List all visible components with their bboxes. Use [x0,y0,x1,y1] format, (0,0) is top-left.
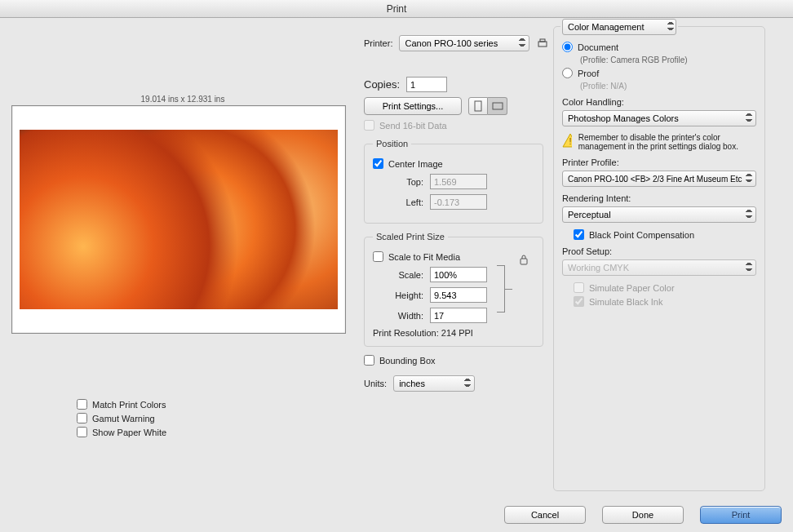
show-paper-white-label: Show Paper White [92,428,166,437]
print-preview [11,105,346,334]
print-resolution-label: Print Resolution: 214 PPI [373,328,534,338]
preview-dimensions-label: 19.014 ins x 12.931 ins [11,95,354,104]
print-button[interactable]: Print [700,506,782,524]
center-image-checkbox[interactable] [373,158,383,169]
send-16bit-label: Send 16-bit Data [379,121,447,131]
scale-to-fit-label: Scale to Fit Media [388,252,460,262]
printer-label: Printer: [364,38,392,48]
simulate-black-label: Simulate Black Ink [589,297,662,307]
svg-rect-0 [538,42,547,47]
window-titlebar: Print [0,0,793,18]
simulate-paper-label: Simulate Paper Color [589,283,675,293]
copies-input[interactable] [406,77,447,92]
scale-label: Scale: [373,270,423,280]
black-point-checkbox[interactable] [574,229,584,240]
copies-label: Copies: [364,78,400,91]
center-image-label: Center Image [388,159,443,169]
black-point-label: Black Point Compensation [589,230,694,240]
svg-rect-4 [521,259,527,264]
color-handling-label: Color Handling: [562,97,756,107]
match-print-colors-label: Match Print Colors [92,400,166,410]
warning-text: Remember to disable the printer's color … [578,133,756,151]
proof-radio-label: Proof [578,69,599,78]
scale-to-fit-checkbox[interactable] [373,251,383,262]
printer-setup-icon[interactable] [536,34,549,52]
bounding-box-label: Bounding Box [379,356,436,366]
color-handling-select[interactable]: Photoshop Manages Colors [562,110,756,126]
bounding-box-checkbox[interactable] [364,355,374,366]
preview-image [20,130,338,309]
units-select[interactable]: inches [393,375,475,392]
svg-rect-3 [493,103,503,109]
done-button[interactable]: Done [602,506,684,524]
document-profile-label: (Profile: Camera RGB Profile) [580,55,756,64]
position-top-label: Top: [373,177,423,187]
proof-setup-select: Working CMYK [562,259,756,276]
cancel-button[interactable]: Cancel [504,506,586,524]
gamut-warning-checkbox[interactable] [77,413,87,423]
scale-input[interactable] [430,267,487,282]
orientation-portrait-icon[interactable] [468,97,488,115]
position-left-input [430,194,487,210]
link-lock-icon[interactable] [519,257,529,267]
proof-setup-label: Proof Setup: [562,246,756,256]
position-top-input [430,174,487,189]
color-management-section-select[interactable]: Color Management [562,19,676,35]
height-label: Height: [373,290,423,300]
proof-radio[interactable] [562,68,573,78]
print-settings-button[interactable]: Print Settings... [364,97,462,115]
rendering-intent-select[interactable]: Perceptual [562,206,756,223]
warning-icon: ! [562,133,572,148]
gamut-warning-label: Gamut Warning [92,414,155,423]
printer-profile-select[interactable]: Canon PRO-100 <FB> 2/3 Fine Art Museum E… [562,171,756,187]
simulate-paper-checkbox [574,282,584,293]
proof-profile-label: (Profile: N/A) [580,82,756,91]
width-input[interactable] [430,308,487,323]
height-input[interactable] [430,287,487,303]
scaled-print-size-fieldset: Scaled Print Size Scale to Fit Media Sca… [364,232,543,347]
svg-rect-1 [540,39,545,42]
orientation-landscape-icon[interactable] [488,97,507,115]
printer-select[interactable]: Canon PRO-100 series [399,35,529,51]
position-legend: Position [373,139,411,149]
send-16bit-checkbox [364,120,374,131]
match-print-colors-checkbox[interactable] [77,399,87,410]
units-label: Units: [364,379,387,388]
printer-profile-label: Printer Profile: [562,157,756,167]
show-paper-white-checkbox[interactable] [77,427,87,437]
rendering-intent-label: Rendering Intent: [562,193,756,203]
scaled-legend: Scaled Print Size [373,232,448,242]
link-bracket-icon [497,265,505,313]
width-label: Width: [373,311,423,321]
position-fieldset: Position Center Image Top: Left: [364,139,543,224]
simulate-black-checkbox [574,296,584,307]
position-left-label: Left: [373,197,423,207]
document-radio-label: Document [578,42,618,52]
svg-text:!: ! [569,136,571,146]
document-radio[interactable] [562,42,573,52]
svg-rect-2 [475,101,481,111]
